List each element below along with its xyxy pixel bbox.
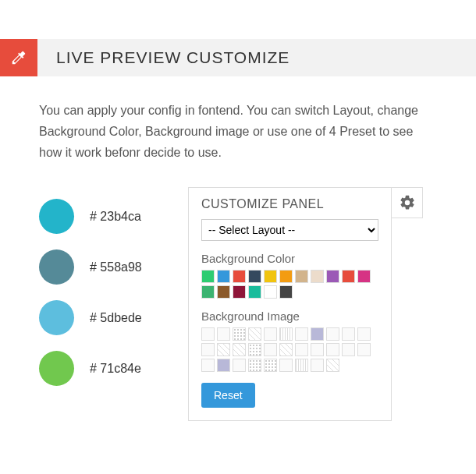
bg-image-swatch[interactable] bbox=[311, 359, 324, 372]
bg-image-swatch[interactable] bbox=[279, 343, 293, 356]
bg-image-swatch[interactable] bbox=[217, 359, 230, 372]
bg-color-swatch[interactable] bbox=[233, 285, 246, 299]
panel-title: CUSTOMIZE PANEL bbox=[201, 197, 378, 211]
bg-image-swatch[interactable] bbox=[217, 343, 230, 356]
bg-image-swatch[interactable] bbox=[311, 343, 324, 356]
bg-image-swatch[interactable] bbox=[279, 359, 293, 372]
bg-image-swatch[interactable] bbox=[264, 343, 277, 356]
bg-image-swatch[interactable] bbox=[233, 343, 246, 356]
bg-image-swatch[interactable] bbox=[342, 343, 355, 356]
color-swatch-label: # 5dbede bbox=[90, 311, 142, 325]
bg-color-swatch[interactable] bbox=[264, 285, 277, 299]
color-swatch-label: # 23b4ca bbox=[90, 210, 141, 224]
bg-color-swatch[interactable] bbox=[264, 270, 277, 283]
color-swatch[interactable] bbox=[39, 351, 74, 386]
color-preset-list: # 23b4ca# 558a98# 5dbede# 71c84e bbox=[39, 199, 142, 401]
bg-image-swatch[interactable] bbox=[248, 343, 261, 356]
bg-color-swatch[interactable] bbox=[311, 270, 324, 283]
customize-panel: CUSTOMIZE PANEL -- Select Layout -- Back… bbox=[188, 187, 392, 421]
bg-image-swatch[interactable] bbox=[279, 327, 293, 341]
color-preset-row: # 23b4ca bbox=[39, 199, 142, 234]
bg-color-swatch[interactable] bbox=[201, 270, 215, 283]
page-header: LIVE PREVIEW CUSTOMIZE bbox=[0, 39, 476, 76]
bg-image-swatch[interactable] bbox=[201, 359, 215, 372]
bg-image-swatch[interactable] bbox=[326, 327, 339, 341]
color-preset-row: # 558a98 bbox=[39, 249, 142, 285]
color-swatch[interactable] bbox=[39, 249, 74, 285]
bg-image-swatch[interactable] bbox=[264, 327, 277, 341]
bg-image-label: Background Image bbox=[201, 310, 378, 323]
bg-color-swatch[interactable] bbox=[248, 270, 261, 283]
bg-image-swatch[interactable] bbox=[217, 327, 230, 341]
bg-image-swatch[interactable] bbox=[311, 327, 324, 341]
bg-image-swatch[interactable] bbox=[264, 359, 277, 372]
bg-color-swatch[interactable] bbox=[217, 285, 230, 299]
page-title: LIVE PREVIEW CUSTOMIZE bbox=[37, 39, 476, 76]
gear-icon bbox=[399, 194, 416, 211]
bg-color-grid bbox=[201, 270, 378, 299]
bg-image-swatch[interactable] bbox=[342, 327, 355, 341]
bg-image-grid bbox=[201, 327, 378, 372]
bg-color-label: Background Color bbox=[201, 252, 378, 265]
color-swatch[interactable] bbox=[39, 300, 74, 335]
bg-color-swatch[interactable] bbox=[279, 270, 293, 283]
bg-image-swatch[interactable] bbox=[326, 343, 339, 356]
bg-image-swatch[interactable] bbox=[248, 327, 261, 341]
bg-image-swatch[interactable] bbox=[201, 327, 215, 341]
color-preset-row: # 71c84e bbox=[39, 351, 142, 386]
layout-select[interactable]: -- Select Layout -- bbox=[201, 219, 378, 241]
bg-color-swatch[interactable] bbox=[248, 285, 261, 299]
reset-button[interactable]: Reset bbox=[201, 383, 255, 408]
color-preset-row: # 5dbede bbox=[39, 300, 142, 335]
gear-button[interactable] bbox=[392, 187, 423, 218]
bg-color-swatch[interactable] bbox=[217, 270, 230, 283]
intro-text: You can apply your config in fontend. Yo… bbox=[0, 76, 476, 172]
bg-image-swatch[interactable] bbox=[201, 343, 215, 356]
bg-color-swatch[interactable] bbox=[233, 270, 246, 283]
bg-image-swatch[interactable] bbox=[233, 359, 246, 372]
color-swatch-label: # 558a98 bbox=[90, 260, 142, 274]
bg-image-swatch[interactable] bbox=[233, 327, 246, 341]
bg-color-swatch[interactable] bbox=[357, 270, 371, 283]
color-swatch-label: # 71c84e bbox=[90, 362, 141, 376]
bg-image-swatch[interactable] bbox=[295, 327, 308, 341]
eyedropper-icon bbox=[0, 39, 37, 76]
bg-image-swatch[interactable] bbox=[326, 359, 339, 372]
bg-color-swatch[interactable] bbox=[279, 285, 293, 299]
bg-color-swatch[interactable] bbox=[295, 270, 308, 283]
bg-image-swatch[interactable] bbox=[295, 343, 308, 356]
bg-image-swatch[interactable] bbox=[248, 359, 261, 372]
bg-image-swatch[interactable] bbox=[295, 359, 308, 372]
bg-color-swatch[interactable] bbox=[201, 285, 215, 299]
bg-color-swatch[interactable] bbox=[342, 270, 355, 283]
color-swatch[interactable] bbox=[39, 199, 74, 234]
bg-color-swatch[interactable] bbox=[326, 270, 339, 283]
bg-image-swatch[interactable] bbox=[357, 327, 371, 341]
bg-image-swatch[interactable] bbox=[357, 343, 371, 356]
